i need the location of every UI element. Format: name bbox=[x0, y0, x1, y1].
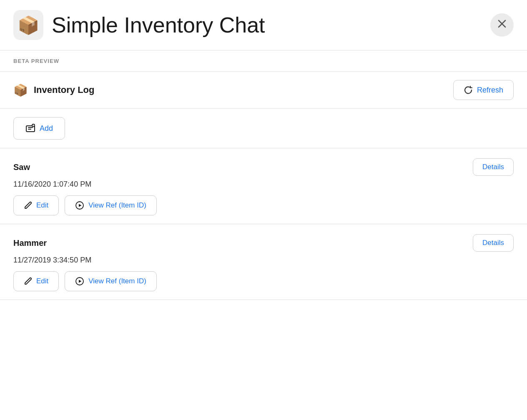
svg-marker-11 bbox=[79, 280, 82, 283]
app-title: Simple Inventory Chat bbox=[52, 12, 265, 38]
item-name: Saw bbox=[13, 162, 30, 172]
svg-marker-9 bbox=[79, 204, 82, 207]
edit-label: Edit bbox=[36, 201, 48, 210]
close-icon bbox=[497, 19, 507, 31]
close-button[interactable] bbox=[490, 13, 514, 37]
view-ref-button[interactable]: View Ref (Item ID) bbox=[65, 195, 157, 215]
inventory-log-header: 📦 Inventory Log Refresh bbox=[0, 72, 527, 109]
app-header: 📦 Simple Inventory Chat bbox=[0, 0, 527, 50]
view-ref-label: View Ref (Item ID) bbox=[88, 277, 146, 285]
item-date: 11/16/2020 1:07:40 PM bbox=[13, 180, 514, 189]
edit-button[interactable]: Edit bbox=[13, 271, 59, 291]
edit-button[interactable]: Edit bbox=[13, 195, 59, 215]
refresh-label: Refresh bbox=[477, 86, 503, 95]
item-actions: Edit View Ref (Item ID) bbox=[13, 271, 514, 291]
details-button[interactable]: Details bbox=[473, 158, 514, 176]
add-icon bbox=[25, 123, 35, 133]
items-container: Saw Details 11/16/2020 1:07:40 PM Edit bbox=[0, 148, 527, 300]
view-ref-icon bbox=[75, 201, 84, 210]
add-section: Add bbox=[0, 109, 527, 148]
beta-label: BETA PREVIEW bbox=[13, 58, 59, 64]
item-row: Saw Details 11/16/2020 1:07:40 PM Edit bbox=[0, 148, 527, 224]
inventory-header-left: 📦 Inventory Log bbox=[13, 83, 94, 97]
header-left: 📦 Simple Inventory Chat bbox=[13, 10, 265, 40]
refresh-button[interactable]: Refresh bbox=[453, 80, 514, 100]
inventory-log-title: Inventory Log bbox=[34, 85, 94, 95]
view-ref-icon bbox=[75, 277, 84, 286]
view-ref-button[interactable]: View Ref (Item ID) bbox=[65, 271, 157, 291]
edit-label: Edit bbox=[36, 277, 48, 285]
edit-icon bbox=[24, 201, 32, 210]
item-row: Hammer Details 11/27/2019 3:34:50 PM Edi… bbox=[0, 224, 527, 300]
view-ref-label: View Ref (Item ID) bbox=[88, 201, 146, 210]
item-name: Hammer bbox=[13, 238, 47, 248]
inventory-icon: 📦 bbox=[13, 83, 28, 97]
item-row-header: Saw Details bbox=[13, 158, 514, 176]
refresh-icon bbox=[464, 85, 473, 95]
item-row-header: Hammer Details bbox=[13, 234, 514, 252]
item-date: 11/27/2019 3:34:50 PM bbox=[13, 256, 514, 265]
details-button[interactable]: Details bbox=[473, 234, 514, 252]
add-label: Add bbox=[40, 124, 53, 133]
item-actions: Edit View Ref (Item ID) bbox=[13, 195, 514, 215]
edit-icon bbox=[24, 277, 32, 285]
add-button[interactable]: Add bbox=[13, 117, 65, 140]
app-icon: 📦 bbox=[13, 10, 43, 40]
beta-section: BETA PREVIEW bbox=[0, 50, 527, 72]
